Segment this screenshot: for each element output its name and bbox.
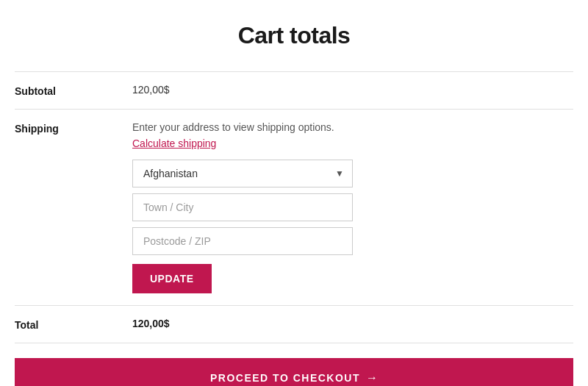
country-select-wrapper: Afghanistan Albania Algeria Andorra Ango… [132,160,353,187]
arrow-right-icon: → [366,371,378,385]
total-row: Total 120,00$ [15,306,573,343]
subtotal-value: 120,00$ [132,84,573,96]
shipping-row: Shipping Enter your address to view ship… [15,110,573,306]
subtotal-label: Subtotal [15,84,132,97]
checkout-label: PROCEED TO CHECKOUT [210,372,360,384]
total-value: 120,00$ [132,318,573,329]
shipping-content: Enter your address to view shipping opti… [132,121,573,293]
page-title: Cart totals [15,22,573,49]
postcode-input[interactable] [132,227,353,255]
update-button[interactable]: UPDATE [132,264,212,293]
calculate-shipping-link[interactable]: Calculate shipping [132,137,573,149]
country-select[interactable]: Afghanistan Albania Algeria Andorra Ango… [132,160,353,187]
checkout-button[interactable]: PROCEED TO CHECKOUT → [15,358,573,386]
shipping-label: Shipping [15,121,132,135]
shipping-form: Afghanistan Albania Algeria Andorra Ango… [132,160,573,293]
shipping-message: Enter your address to view shipping opti… [132,121,573,133]
cart-table: Subtotal 120,00$ Shipping Enter your add… [15,71,573,343]
subtotal-row: Subtotal 120,00$ [15,72,573,110]
page-container: Cart totals Subtotal 120,00$ Shipping En… [0,0,588,386]
town-city-input[interactable] [132,193,353,221]
total-label: Total [15,318,132,331]
